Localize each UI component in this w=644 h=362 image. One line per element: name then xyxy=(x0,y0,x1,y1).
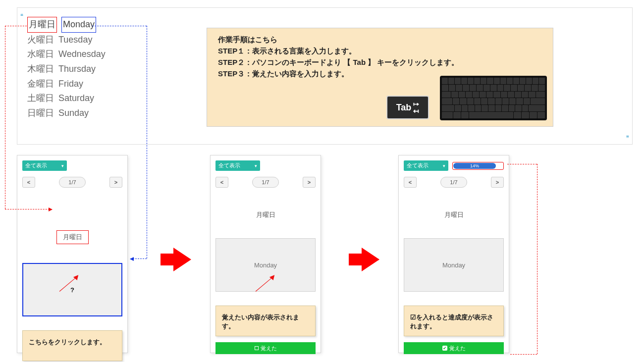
vocab-en-highlight: Monday xyxy=(61,17,96,33)
pointer-arrow-icon xyxy=(54,271,81,298)
instructions-title: 作業手順はこちら xyxy=(218,35,544,45)
pager-label: 1/7 xyxy=(440,177,467,188)
next-button[interactable]: > xyxy=(109,177,122,188)
progress-indicator: 14% xyxy=(452,162,504,170)
quote-right-icon: ❞ xyxy=(626,135,629,141)
connector-line xyxy=(92,26,147,26)
filter-dropdown[interactable]: 全て表示▾ xyxy=(22,160,67,171)
vocab-jp-highlight: 月曜日 xyxy=(27,17,57,33)
chevron-down-icon: ▾ xyxy=(443,163,445,168)
prev-button[interactable]: < xyxy=(404,177,417,188)
callout-step1: こちらをクリックします。 xyxy=(22,330,122,361)
chevron-down-icon: ▾ xyxy=(255,163,257,168)
instructions-step1: STEP１：表示される言葉を入力します。 xyxy=(218,47,544,56)
keyboard-icon xyxy=(440,76,547,120)
learned-button-checked[interactable]: ✔ 覚えた xyxy=(404,342,504,354)
tab-key-icon: Tab ↦↤ xyxy=(386,96,429,119)
prompt-word: 月曜日 xyxy=(56,230,89,244)
instructions-box: 作業手順はこちら STEP１：表示される言葉を入力します。 STEP２：パソコン… xyxy=(207,28,553,127)
callout-step2: 覚えたい内容が表示されます。 xyxy=(215,306,316,336)
answer-box[interactable]: Monday xyxy=(404,238,504,292)
pager-label: 1/7 xyxy=(252,177,279,188)
flow-arrow-icon xyxy=(362,248,379,271)
callout-step3: ☑を入れると達成度が表示されます。 xyxy=(404,306,504,336)
connector-line xyxy=(5,26,5,209)
checkbox-checked-icon: ✔ xyxy=(442,346,447,351)
flashcard-step2: 全て表示▾ < 1/7 > 月曜日 Monday 覚えたい内容が表示されます。 … xyxy=(210,155,321,353)
connector-line xyxy=(507,164,537,164)
prompt-word: 月曜日 xyxy=(404,210,504,219)
overview-panel: ❝ ❞ 月曜日 Monday 火曜日 Tuesday 水曜日 Wednesday… xyxy=(17,7,633,145)
vocabulary-list: 月曜日 Monday 火曜日 Tuesday 水曜日 Wednesday 木曜日… xyxy=(27,17,106,121)
pointer-arrow-icon xyxy=(251,271,277,298)
prev-button[interactable]: < xyxy=(22,177,35,188)
connector-arrow xyxy=(5,209,52,209)
instructions-step2: STEP２：パソコンのキーボードより 【 Tab 】 キーをクリックします。 xyxy=(218,58,544,67)
flashcard-step3: 全て表示▾ 14% < 1/7 > 月曜日 Monday ☑を入れると達成度が表… xyxy=(398,155,509,353)
connector-line xyxy=(147,26,147,259)
prompt-word: 月曜日 xyxy=(215,210,316,219)
connector-line xyxy=(5,26,27,26)
connector-line xyxy=(510,354,537,355)
prev-button[interactable]: < xyxy=(215,177,228,188)
flow-arrow-icon xyxy=(173,248,191,271)
connector-line xyxy=(537,164,537,354)
filter-dropdown[interactable]: 全て表示▾ xyxy=(215,160,260,171)
progress-bar: 14% xyxy=(453,163,496,169)
chevron-down-icon: ▾ xyxy=(61,163,64,168)
flashcard-step1: 全て表示▾ < 1/7 > 月曜日 ? こちらをクリックします。 覚えた xyxy=(17,155,128,353)
learned-button[interactable]: 覚えた xyxy=(215,342,316,354)
connector-arrow xyxy=(130,259,147,259)
checkbox-empty-icon xyxy=(255,346,259,350)
pager-label: 1/7 xyxy=(59,177,86,188)
quote-left-icon: ❝ xyxy=(20,13,23,19)
filter-dropdown[interactable]: 全て表示▾ xyxy=(404,160,448,171)
next-button[interactable]: > xyxy=(303,177,316,188)
next-button[interactable]: > xyxy=(491,177,504,188)
